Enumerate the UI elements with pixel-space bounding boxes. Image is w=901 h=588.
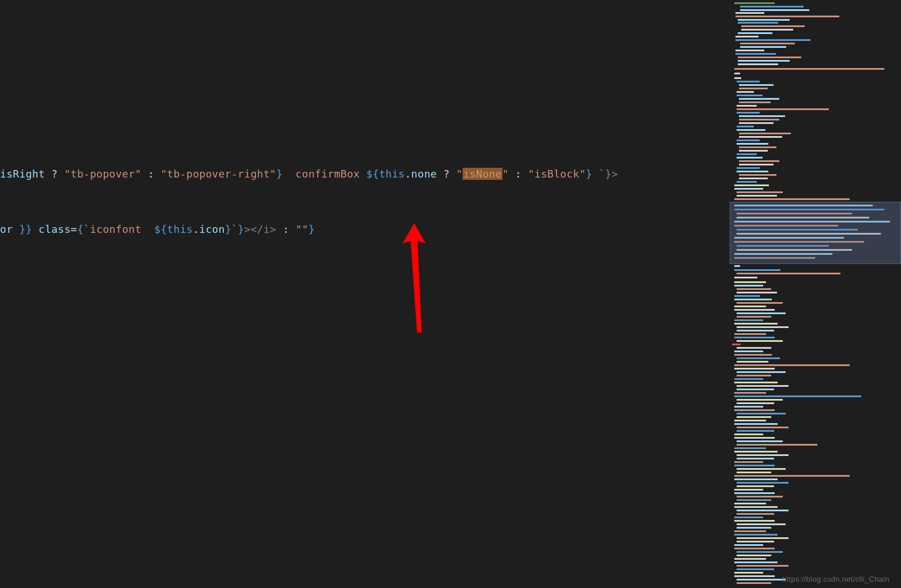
minimap-line bbox=[739, 164, 774, 165]
minimap-line bbox=[737, 95, 763, 96]
minimap-line bbox=[734, 337, 775, 338]
minimap-line bbox=[737, 375, 771, 376]
minimap-line bbox=[737, 157, 763, 159]
minimap-line bbox=[735, 12, 764, 14]
token-variable: or bbox=[0, 223, 19, 235]
minimap-line bbox=[737, 273, 840, 274]
minimap-line bbox=[737, 171, 768, 172]
minimap-line bbox=[734, 378, 763, 380]
token-this: this bbox=[167, 223, 193, 235]
minimap-line bbox=[737, 402, 774, 404]
token-eq: = bbox=[71, 223, 77, 235]
minimap-line bbox=[737, 430, 774, 432]
token-backtick: ` bbox=[84, 223, 90, 235]
minimap-line bbox=[735, 36, 759, 37]
minimap-line bbox=[737, 416, 771, 418]
annotation-arrow-icon bbox=[397, 220, 431, 336]
minimap-line bbox=[737, 427, 789, 428]
minimap-line bbox=[734, 333, 766, 335]
minimap-line bbox=[734, 350, 763, 352]
minimap-line bbox=[737, 140, 760, 141]
minimap-line bbox=[737, 143, 768, 145]
minimap-line bbox=[739, 88, 768, 89]
minimap-line bbox=[734, 409, 775, 411]
minimap-line bbox=[738, 60, 790, 62]
token-brace: { bbox=[77, 223, 84, 235]
token-brace: }} bbox=[19, 223, 32, 235]
minimap-line bbox=[737, 399, 783, 401]
minimap-line bbox=[734, 395, 861, 397]
watermark-text: https://blog.csdn.net/clli_Chain bbox=[782, 575, 889, 583]
minimap-line bbox=[737, 181, 757, 183]
token-brace: } bbox=[238, 223, 244, 235]
token-operator: : bbox=[509, 168, 528, 180]
minimap-line bbox=[737, 330, 774, 331]
code-line-1[interactable]: isRight ? "tb-popover" : "tb-popover-rig… bbox=[0, 166, 618, 182]
minimap-line bbox=[737, 112, 760, 114]
token-operator: ? bbox=[437, 168, 456, 180]
minimap-line bbox=[739, 119, 779, 120]
minimap-line bbox=[734, 198, 850, 200]
minimap-line bbox=[734, 309, 775, 311]
minimap-line bbox=[737, 565, 789, 567]
minimap-line bbox=[737, 482, 789, 484]
minimap-line bbox=[737, 371, 786, 373]
minimap-line bbox=[734, 299, 772, 300]
minimap-line bbox=[734, 451, 778, 453]
minimap-line bbox=[737, 153, 757, 155]
minimap-line bbox=[740, 6, 804, 7]
minimap-line bbox=[734, 281, 766, 283]
minimap-line bbox=[734, 188, 763, 190]
minimap-line bbox=[737, 413, 786, 414]
minimap-line bbox=[738, 63, 778, 65]
editor-minimap[interactable] bbox=[730, 0, 901, 588]
minimap-line bbox=[737, 541, 774, 542]
minimap-line bbox=[738, 56, 801, 58]
minimap-line bbox=[737, 288, 771, 290]
minimap-line bbox=[734, 423, 778, 425]
minimap-line bbox=[734, 285, 763, 287]
minimap-line bbox=[734, 561, 778, 563]
token-string: "" bbox=[295, 223, 308, 235]
token-string: "tb-popover-right" bbox=[160, 168, 276, 180]
minimap-viewport[interactable] bbox=[730, 202, 901, 264]
token-string-highlighted: isNone bbox=[463, 168, 502, 180]
token-backtick: ` bbox=[231, 223, 238, 235]
minimap-line bbox=[737, 81, 760, 82]
minimap-line bbox=[739, 115, 785, 117]
minimap-line bbox=[739, 178, 768, 179]
minimap-line bbox=[734, 492, 775, 494]
minimap-line bbox=[734, 420, 766, 421]
minimap-line bbox=[737, 91, 754, 93]
minimap-line bbox=[734, 368, 775, 370]
minimap-line bbox=[734, 269, 780, 271]
minimap-line bbox=[739, 101, 771, 103]
minimap-line bbox=[734, 558, 766, 560]
minimap-line bbox=[737, 527, 771, 529]
minimap-line bbox=[737, 551, 783, 553]
minimap-line bbox=[740, 9, 809, 11]
minimap-line bbox=[737, 167, 760, 169]
minimap-line bbox=[737, 454, 789, 456]
minimap-line bbox=[739, 174, 776, 176]
token-quote: " bbox=[502, 168, 509, 180]
minimap-line bbox=[739, 136, 782, 138]
minimap-line bbox=[734, 306, 766, 307]
token-property: icon bbox=[199, 223, 225, 235]
token-tag-end: `}> bbox=[592, 168, 618, 180]
minimap-line bbox=[739, 146, 776, 148]
minimap-line bbox=[739, 150, 768, 152]
token-end-tag: </i> bbox=[250, 223, 276, 235]
minimap-line bbox=[738, 32, 772, 34]
token-string: iconfont bbox=[90, 223, 154, 235]
minimap-line bbox=[737, 499, 771, 501]
minimap-line bbox=[734, 406, 763, 408]
minimap-line bbox=[734, 265, 740, 267]
code-editor[interactable]: isRight ? "tb-popover" : "tb-popover-rig… bbox=[0, 0, 730, 588]
code-line-2[interactable]: or }} class={`iconfont ${this.icon}`}></… bbox=[0, 221, 315, 238]
minimap-line bbox=[734, 465, 775, 466]
minimap-line bbox=[737, 389, 774, 390]
minimap-line bbox=[737, 340, 783, 342]
minimap-line bbox=[732, 344, 741, 345]
token-template-open: ${ bbox=[154, 223, 167, 235]
